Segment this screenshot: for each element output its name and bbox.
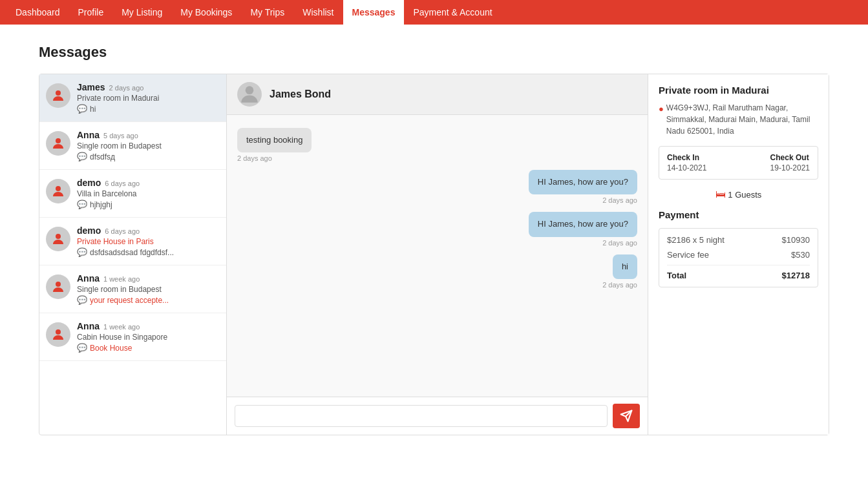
message-time: 2 days ago [602,281,637,289]
nav-item-my-listing[interactable]: My Listing [112,0,171,25]
booking-listing-title: Private room in Madurai [659,85,818,96]
conv-name: Anna [77,130,100,140]
chat-area: James Bond testing booking2 days agoHI J… [227,74,648,435]
nightly-label: $2186 x 5 night [667,235,725,245]
nightly-value: $10930 [782,235,810,245]
check-out-date: 19-10-2021 [770,163,810,172]
guests-row: 🛏 1 Guests [659,189,818,200]
total-value: $12718 [782,271,810,280]
conversation-item[interactable]: James2 days agoPrivate room in Madurai💬h… [39,74,226,122]
conversation-list: James2 days agoPrivate room in Madurai💬h… [39,74,227,435]
payment-box: $2186 x 5 night $10930 Service fee $530 … [659,228,818,287]
nav-item-profile[interactable]: Profile [69,0,113,25]
svg-point-1 [56,138,61,143]
svg-point-2 [56,186,61,191]
booking-address: ● W4G9+3WJ, Rail Marutham Nagar, Simmakk… [659,102,818,137]
conv-avatar [46,275,70,299]
nightly-row: $2186 x 5 night $10930 [667,235,810,245]
booking-panel: Private room in Madurai ● W4G9+3WJ, Rail… [648,74,829,435]
conv-name: Anna [77,321,100,331]
message-time: 2 days ago [602,239,637,247]
check-in-date: 14-10-2021 [667,163,706,172]
conv-time: 5 days ago [103,132,138,140]
pin-icon: ● [659,103,664,116]
total-row: Total $12718 [667,265,810,280]
payment-title: Payment [659,209,818,220]
send-button[interactable] [613,404,640,428]
message-row: hi2 days ago [237,254,637,294]
bubble-icon: 💬 [77,152,87,161]
bubble-icon: 💬 [77,200,87,209]
conv-avatar [46,322,70,347]
conv-listing: Single room in Budapest [77,285,220,294]
nav-item-wishlist[interactable]: Wishlist [293,0,343,25]
conv-preview: 💬hjhjghj [77,200,220,209]
conv-listing: Private room in Madurai [77,94,220,103]
check-out-label: Check Out [770,153,810,162]
bubble-icon: 💬 [77,247,87,257]
conversation-item[interactable]: Anna1 week agoSingle room in Budapest💬yo… [39,265,226,313]
message-bubble: HI James, how are you? [529,170,637,194]
conv-name: James [77,82,105,92]
chat-messages: testing booking2 days agoHI James, how a… [227,115,648,397]
bed-icon: 🛏 [715,189,726,200]
service-row: Service fee $530 [667,250,810,260]
total-label: Total [667,271,686,280]
dates-row: Check In 14-10-2021 Check Out 19-10-2021 [659,146,818,180]
message-bubble: testing booking [237,128,312,152]
check-in-label: Check In [667,153,706,162]
nav-item-messages[interactable]: Messages [343,0,405,25]
message-bubble: HI James, how are you? [529,212,637,236]
conv-preview: 💬hi [77,104,220,114]
bubble-icon: 💬 [77,104,87,114]
message-time: 2 days ago [602,196,637,204]
nav-item-my-trips[interactable]: My Trips [241,0,293,25]
main-nav: DashboardProfileMy ListingMy BookingsMy … [0,0,868,25]
check-in-block: Check In 14-10-2021 [667,153,706,172]
conversation-item[interactable]: demo6 days agoVilla in Barcelona💬hjhjghj [39,170,226,218]
conversation-item[interactable]: Anna1 week agoCabin House in Singapore💬B… [39,313,226,361]
conv-time: 6 days ago [105,180,140,187]
nav-item-payment-&-account[interactable]: Payment & Account [404,0,501,25]
conversation-item[interactable]: Anna5 days agoSingle room in Budapest💬df… [39,122,226,170]
chat-input-row [227,397,648,435]
message-bubble: hi [613,254,637,279]
svg-point-3 [56,234,61,239]
conversation-item[interactable]: demo6 days agoPrivate House in Paris💬dsf… [39,218,226,265]
guests-count: 1 Guests [728,190,761,200]
conv-time: 1 week ago [103,323,140,331]
svg-point-5 [56,329,61,335]
message-row: HI James, how are you?2 days ago [237,170,637,209]
conv-time: 1 week ago [103,275,140,283]
conv-preview: 💬Book House [77,343,220,353]
bubble-icon: 💬 [77,343,87,353]
nav-item-dashboard[interactable]: Dashboard [6,0,69,25]
conv-avatar [46,83,70,108]
svg-point-0 [56,90,61,96]
conv-listing: Cabin House in Singapore [77,333,220,342]
check-out-block: Check Out 19-10-2021 [770,153,810,172]
conv-name: demo [77,178,101,188]
conv-preview: 💬dsfdsadsdsad fdgdfdsf... [77,247,220,257]
conv-avatar [46,131,70,156]
svg-point-4 [56,282,61,287]
page-title: Messages [39,44,829,61]
conv-listing: Villa in Barcelona [77,189,220,198]
conv-name: demo [77,225,101,236]
message-time: 2 days ago [237,154,272,162]
message-row: HI James, how are you?2 days ago [237,212,637,251]
conv-time: 2 days ago [109,84,144,92]
conv-preview: 💬dfsdfsд [77,152,220,161]
messages-container: James2 days agoPrivate room in Madurai💬h… [39,74,829,435]
conv-avatar [46,179,70,203]
nav-item-my-bookings[interactable]: My Bookings [171,0,241,25]
conv-listing: Private House in Paris [77,237,220,246]
chat-header-avatar [237,82,262,107]
service-label: Service fee [667,250,709,260]
bubble-icon: 💬 [77,295,87,305]
chat-contact-name: James Bond [270,88,331,100]
payment-section: Payment $2186 x 5 night $10930 Service f… [659,209,818,287]
chat-input[interactable] [235,405,608,427]
conv-avatar [46,227,70,251]
conv-listing: Single room in Budapest [77,141,220,150]
